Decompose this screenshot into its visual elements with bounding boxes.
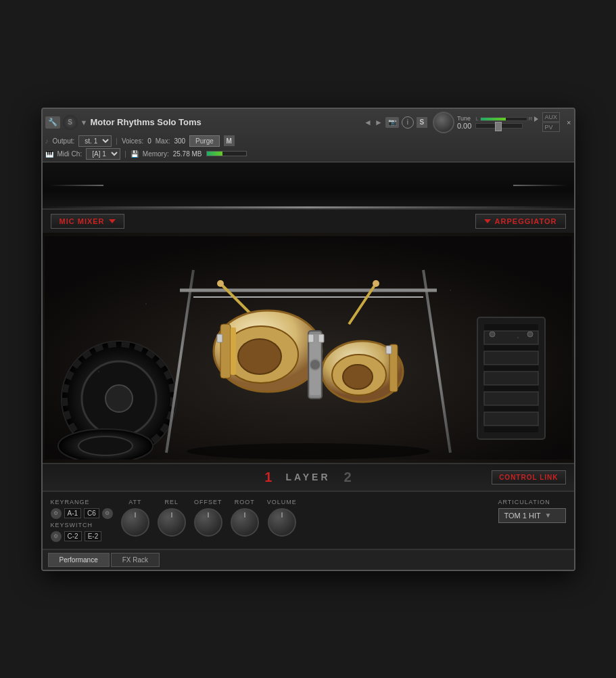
level-section: L R <box>474 114 539 130</box>
articulation-section: ARTICULATION TOM 1 HIT ▼ <box>498 499 566 523</box>
svg-rect-11 <box>484 371 538 385</box>
instrument-body: MOTOR RHYTHMS MIC MIXER ARPEGGIATOR <box>43 162 574 570</box>
keyswitch-low-icon[interactable]: ⚙ <box>51 531 62 542</box>
tune-knob[interactable] <box>433 112 454 133</box>
svg-point-32 <box>343 365 373 389</box>
keyrange-high-icon[interactable]: ⚙ <box>102 508 113 519</box>
layer-inactive-num[interactable]: 2 <box>344 470 352 485</box>
arpeggiator-button[interactable]: ARPEGGIATOR <box>475 214 566 229</box>
top-bar: 🔧 S ▼ Motor Rhythms Solo Toms ◄ ► 📷 i S … <box>43 109 574 162</box>
svg-rect-12 <box>484 392 538 405</box>
articulation-value: TOM 1 HIT <box>504 512 541 520</box>
svg-rect-29 <box>231 327 236 375</box>
midi-select[interactable]: [A] 1 <box>86 148 120 160</box>
s-badge[interactable]: S <box>417 117 427 128</box>
memory-bar <box>206 151 247 156</box>
controls-bottom: KEYRANGE ⚙ A-1 C6 ⚙ KEYSWITCH ⚙ C-2 E-2 … <box>43 492 574 549</box>
memory-value: 25.78 MB <box>173 150 202 158</box>
memory-label: Memory: <box>143 150 169 158</box>
svg-rect-39 <box>318 334 324 342</box>
volume-label: VOLUME <box>267 499 297 505</box>
logo-bar <box>43 206 574 208</box>
wrench-icon[interactable]: 🔧 <box>45 116 60 129</box>
keyswitch-label: KEYSWITCH <box>51 522 113 528</box>
l-label: L <box>475 116 478 122</box>
articulation-label: ARTICULATION <box>498 499 566 505</box>
layer-active-num[interactable]: 1 <box>264 470 272 485</box>
svg-rect-38 <box>308 334 314 342</box>
info-icon[interactable]: i <box>402 116 414 129</box>
buttons-row: MIC MIXER ARPEGGIATOR <box>43 210 574 233</box>
mic-mixer-label: MIC MIXER <box>60 217 105 225</box>
svg-point-45 <box>98 371 99 372</box>
level-triangle <box>534 116 538 122</box>
articulation-arrow-icon: ▼ <box>545 512 552 519</box>
svg-point-6 <box>78 436 133 455</box>
fader-track[interactable] <box>475 123 523 129</box>
fx-rack-tab[interactable]: FX Rack <box>111 553 160 567</box>
svg-rect-10 <box>484 351 538 365</box>
voices-value: 0 <box>147 137 151 145</box>
svg-point-14 <box>490 332 495 337</box>
volume-knob[interactable] <box>268 508 296 537</box>
performance-tab[interactable]: Performance <box>48 553 110 567</box>
fader-thumb[interactable] <box>495 122 502 131</box>
keyrange-low-icon[interactable]: ⚙ <box>51 508 62 519</box>
offset-group: OFFSET <box>194 499 222 537</box>
tune-value: 0.00 <box>457 122 471 130</box>
m-badge[interactable]: M <box>224 135 235 146</box>
output-select[interactable]: st. 1 <box>78 135 112 147</box>
svg-point-15 <box>527 332 533 337</box>
svg-point-23 <box>217 280 224 287</box>
keyswitch-high-value: E-2 <box>85 531 102 541</box>
svg-point-44 <box>517 336 519 338</box>
volume-group: VOLUME <box>267 499 297 537</box>
arpeggiator-dropdown-icon <box>484 219 491 223</box>
rel-label: REL <box>165 499 179 505</box>
drum-scene-svg <box>45 236 572 459</box>
drum-image-area <box>43 233 574 463</box>
left-level-fill <box>481 118 506 120</box>
pv-label[interactable]: PV <box>542 122 561 132</box>
plugin-window: 🔧 S ▼ Motor Rhythms Solo Toms ◄ ► 📷 i S … <box>41 108 575 571</box>
root-knob[interactable] <box>231 508 259 537</box>
rel-knob[interactable] <box>158 508 186 537</box>
layer-section: 1 LAYER 2 CONTROL LINK <box>43 463 574 492</box>
att-knob[interactable] <box>121 508 149 537</box>
max-value: 300 <box>174 137 185 145</box>
svg-point-41 <box>187 443 430 459</box>
tune-label: Tune <box>457 115 471 122</box>
keyrange-low-value: A-1 <box>64 508 82 518</box>
offset-knob[interactable] <box>194 508 222 537</box>
svg-rect-40 <box>386 346 392 354</box>
close-button[interactable]: × <box>567 118 571 127</box>
purge-button[interactable]: Purge <box>189 135 220 147</box>
control-link-button[interactable]: CONTROL LINK <box>492 470 565 484</box>
nav-next[interactable]: ► <box>375 118 383 127</box>
keyswitch-low-value: C-2 <box>64 531 82 541</box>
r-label: R <box>529 116 533 122</box>
aux-label[interactable]: AUX <box>542 112 561 122</box>
svg-point-27 <box>238 339 281 374</box>
camera-icon[interactable]: 📷 <box>385 117 399 128</box>
svg-rect-13 <box>484 412 538 426</box>
root-group: ROOT <box>231 499 259 537</box>
root-label: ROOT <box>235 499 255 505</box>
s-logo: S <box>63 115 78 130</box>
output-label: Output: <box>53 137 75 145</box>
keyrange-high-value: C6 <box>84 508 99 518</box>
svg-rect-28 <box>220 324 231 378</box>
offset-label: OFFSET <box>194 499 222 505</box>
nav-prev[interactable]: ◄ <box>364 118 372 127</box>
arpeggiator-label: ARPEGGIATOR <box>495 217 557 225</box>
max-label: Max: <box>156 137 170 145</box>
left-level-bar <box>480 117 527 121</box>
keyrange-section: KEYRANGE ⚙ A-1 C6 ⚙ KEYSWITCH ⚙ C-2 E-2 <box>51 499 113 542</box>
svg-point-36 <box>310 359 321 370</box>
articulation-select[interactable]: TOM 1 HIT ▼ <box>498 508 566 523</box>
att-group: ATT <box>121 499 149 537</box>
svg-rect-37 <box>217 334 222 342</box>
layer-label: LAYER <box>285 472 330 482</box>
mic-mixer-button[interactable]: MIC MIXER <box>51 214 124 229</box>
keyrange-label: KEYRANGE <box>51 499 113 505</box>
